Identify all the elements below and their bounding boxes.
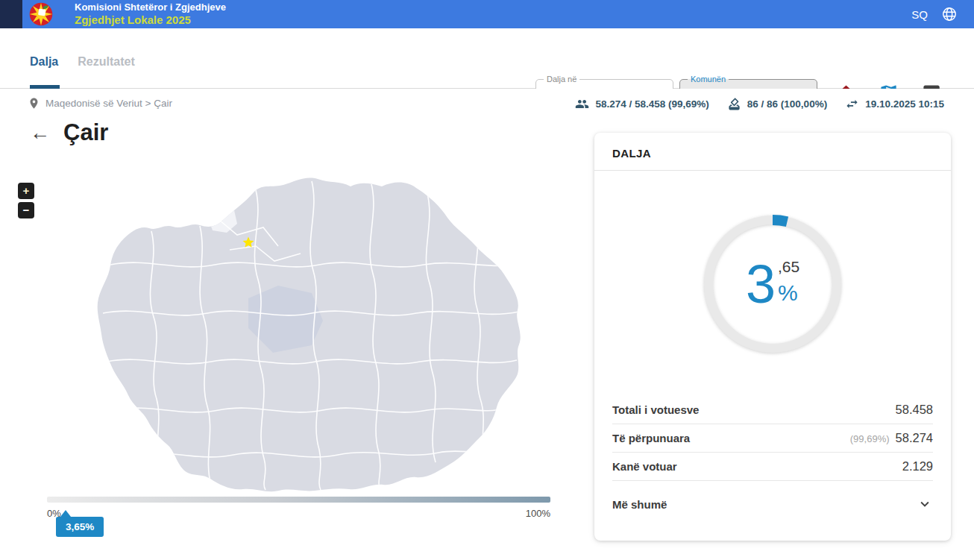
- turnout-gauge: 3 ,65 %: [700, 211, 846, 357]
- list-item-have-voted: Kanë votuar 2.129: [612, 453, 933, 481]
- row-value: 2.129: [902, 459, 933, 474]
- voters-stat-value: 58.274 / 58.458 (99,69%): [595, 98, 708, 110]
- tab-dalja[interactable]: Dalja: [30, 55, 58, 69]
- summary-stats: 58.274 / 58.458 (99,69%) 86 / 86 (100,00…: [575, 97, 944, 111]
- gauge-decimal: ,65: [778, 258, 799, 276]
- row-value: 58.274: [896, 431, 933, 445]
- commission-logo-icon: [28, 1, 54, 27]
- breadcrumb[interactable]: Maqedonisë së Veriut > Çair: [28, 97, 172, 110]
- breadcrumb-row: Maqedonisë së Veriut > Çair 58.274 / 58.…: [0, 89, 974, 120]
- header-stripe: [0, 0, 22, 28]
- slider-value-badge[interactable]: 3,65%: [56, 517, 104, 537]
- row-sub: (99,69%): [850, 433, 890, 444]
- stations-stat: 86 / 86 (100,00%): [727, 97, 827, 111]
- map-zoom-controls: + −: [18, 183, 34, 218]
- location-pin-icon: [28, 97, 40, 110]
- app-header: Komisioni Shtetëror i Zgjedhjeve Zgjedhj…: [0, 0, 974, 28]
- row-label: Totali i votuesve: [612, 403, 699, 416]
- stations-stat-value: 86 / 86 (100,00%): [747, 98, 827, 110]
- org-name: Komisioni Shtetëror i Zgjedhjeve: [75, 1, 226, 13]
- back-button[interactable]: ←: [30, 123, 50, 143]
- page-title: Çair: [63, 119, 108, 146]
- sync-arrows-icon: [845, 97, 859, 111]
- list-item-total-voters: Totali i votuesve 58.458: [612, 396, 933, 424]
- toolbar: Dalja Rezultatet Dalja në 09:00 Komunën …: [0, 28, 974, 89]
- tab-bar: Dalja Rezultatet: [30, 55, 135, 69]
- turnout-stats-list: Totali i votuesve 58.458 Të përpunuara (…: [612, 396, 933, 481]
- slider-track[interactable]: [47, 497, 550, 503]
- map-country-fill: [88, 175, 552, 494]
- row-label: Kanë votuar: [612, 460, 677, 473]
- municipality-map[interactable]: [88, 175, 552, 494]
- updated-stat-value: 19.10.2025 10:15: [865, 98, 944, 110]
- card-title: DALJA: [594, 133, 951, 171]
- tab-rezultatet[interactable]: Rezultatet: [78, 55, 134, 69]
- more-label: Më shumë: [612, 498, 667, 511]
- municipality-select-label: Komunën: [688, 75, 729, 84]
- breadcrumb-path: Maqedonisë së Veriut > Çair: [45, 98, 172, 109]
- globe-icon[interactable]: [941, 6, 958, 22]
- updated-stat: 19.10.2025 10:15: [845, 97, 944, 111]
- gauge-integer: 3: [746, 257, 776, 311]
- slider-max-label: 100%: [526, 508, 550, 519]
- turnout-slider: 0% 100% 3,65%: [47, 497, 550, 519]
- turnout-card: DALJA 3 ,65 % Totali i votuesve 58.458: [594, 133, 951, 541]
- row-value: 58.458: [896, 403, 933, 417]
- page-title-row: ← Çair: [30, 119, 108, 146]
- list-item-processed: Të përpunuara (99,69%) 58.274: [612, 424, 933, 453]
- voters-icon: [575, 97, 589, 111]
- zoom-out-button[interactable]: −: [18, 202, 34, 218]
- time-select-label: Dalja në: [544, 75, 579, 84]
- language-code[interactable]: SQ: [911, 8, 928, 21]
- gauge-percent-sign: %: [778, 280, 798, 306]
- voters-stat: 58.274 / 58.458 (99,69%): [575, 97, 708, 111]
- row-label: Të përpunuara: [612, 432, 690, 444]
- zoom-in-button[interactable]: +: [18, 183, 34, 199]
- page: Komisioni Shtetëror i Zgjedhjeve Zgjedhj…: [0, 0, 974, 560]
- header-titles: Komisioni Shtetëror i Zgjedhjeve Zgjedhj…: [75, 1, 226, 28]
- ballot-box-icon: [727, 97, 741, 111]
- app-title: Zgjedhjet Lokale 2025: [75, 13, 226, 28]
- slider-handle[interactable]: [60, 510, 71, 517]
- chevron-down-icon: [917, 496, 933, 512]
- more-expander[interactable]: Më shumë: [612, 496, 933, 512]
